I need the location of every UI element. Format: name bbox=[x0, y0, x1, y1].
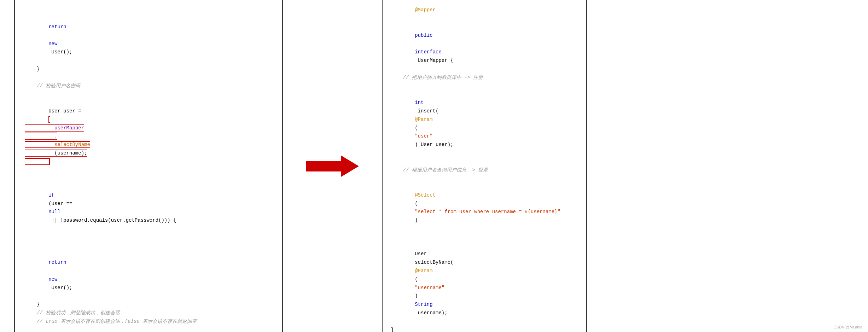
select-close: ) bbox=[415, 217, 418, 223]
return-user2: return new User(); bbox=[25, 242, 272, 301]
kw-string3: String bbox=[415, 302, 432, 307]
right-arrow-icon bbox=[306, 152, 359, 180]
user-type: User user = bbox=[48, 108, 84, 114]
interface-line: public interface UserMapper { bbox=[391, 23, 578, 74]
close-paren: ) User user); bbox=[415, 142, 453, 147]
interface-name: UserMapper { bbox=[415, 58, 453, 63]
insert-method: int insert( @Param ( "user" ) User user)… bbox=[391, 82, 578, 158]
param-annotation2: @Param bbox=[415, 268, 432, 274]
empty-line bbox=[25, 74, 272, 82]
httpsession-line: HttpSession session = request.getSession… bbox=[25, 326, 272, 332]
right-code-block: @Mapper public interface UserMapper { //… bbox=[382, 0, 587, 332]
return-new-user: return new User(); bbox=[25, 6, 272, 65]
dot: . bbox=[54, 133, 57, 139]
left-code-content: /** * 用户登录 * 返回 User 对象 * 登录成功，返回的 User … bbox=[25, 0, 272, 332]
indent11 bbox=[415, 243, 427, 249]
user-call: User(); bbox=[48, 49, 72, 55]
userMapper-ref: userMapper bbox=[54, 125, 84, 131]
select-annotation: @Select ( "select * from user where user… bbox=[391, 174, 578, 233]
right-code-content: @Mapper public interface UserMapper { //… bbox=[391, 0, 578, 332]
close-brace: } bbox=[25, 65, 272, 74]
watermark: CSDN @Mr.anla bbox=[834, 325, 862, 329]
if-statement: if (!StringUtils. hasLength (username) |… bbox=[25, 0, 272, 6]
empty-line2 bbox=[25, 233, 272, 242]
svg-marker-0 bbox=[306, 156, 359, 177]
comment-validate: // 校验用户名密码 bbox=[25, 82, 272, 91]
cond1: (user == bbox=[48, 201, 75, 206]
user-type2: User bbox=[415, 251, 430, 257]
highlighted-method: userMapper . selectByName (username); bbox=[25, 116, 90, 165]
select-text: @Select bbox=[415, 192, 436, 198]
main-container: /** * 用户登录 * 返回 User 对象 * 登录成功，返回的 User … bbox=[0, 0, 868, 332]
username-param: username); bbox=[415, 310, 447, 316]
arrow-container bbox=[304, 152, 361, 180]
open-paren: ( bbox=[415, 125, 418, 131]
kw-public2: public bbox=[415, 33, 432, 38]
comment-login: // 根据用户名查询用户信息 -> 登录 bbox=[391, 166, 578, 175]
kw-new2: new bbox=[48, 276, 57, 282]
close-paren2: ) bbox=[415, 293, 421, 299]
kw-int: int bbox=[415, 100, 424, 105]
kw-interface: interface bbox=[415, 49, 442, 55]
indent3 bbox=[48, 184, 60, 190]
indent4 bbox=[48, 251, 72, 257]
mapper-annotation: @Mapper bbox=[391, 0, 578, 23]
kw-return2: return bbox=[48, 260, 66, 265]
user-mapper-line: User user = userMapper . selectByName (u… bbox=[25, 90, 272, 174]
final-brace2: } bbox=[391, 326, 578, 332]
space3 bbox=[415, 41, 418, 47]
selectbyname-method: User selectByName( @Param ( "username" )… bbox=[391, 233, 578, 326]
insert-name: insert( bbox=[415, 108, 438, 114]
selectByName-method: selectByName bbox=[54, 142, 90, 147]
select-sql: "select * from user where username = #{u… bbox=[415, 209, 560, 215]
if-null-check: if (user == null || !password.equals(use… bbox=[25, 174, 272, 233]
param-string2: "username" bbox=[415, 285, 444, 291]
close-brace2: } bbox=[25, 301, 272, 309]
cond2: || !password.equals(user.getPassword()))… bbox=[48, 217, 176, 223]
select-open: ( bbox=[415, 201, 418, 206]
comment-true: // true 表示会话不存在则创建会话，false 表示会话不存在就返回空 bbox=[25, 318, 272, 326]
param-string1: "user" bbox=[415, 133, 432, 139]
left-code-block: /** * 用户登录 * 返回 User 对象 * 登录成功，返回的 User … bbox=[14, 0, 283, 332]
space2 bbox=[48, 268, 51, 274]
comment-success: // 校验成功，则登陆成功，创建会话 bbox=[25, 309, 272, 318]
mapper-text: @Mapper bbox=[415, 7, 436, 13]
indent10 bbox=[415, 184, 427, 190]
user-call2: User(); bbox=[48, 285, 72, 291]
empty-line3 bbox=[391, 158, 578, 166]
param-annotation1: @Param bbox=[415, 117, 432, 122]
call-args: (username); bbox=[54, 150, 87, 156]
comment-register: // 把用户插入到数据库中 -> 注册 bbox=[391, 74, 578, 82]
indent2 bbox=[48, 100, 60, 105]
open-paren2: ( bbox=[415, 276, 418, 282]
kw-return: return bbox=[48, 24, 66, 30]
kw-null: null bbox=[48, 209, 60, 215]
selectbyname-name: selectByName( bbox=[415, 260, 453, 265]
indent bbox=[48, 16, 72, 21]
indent9 bbox=[415, 91, 427, 97]
kw-if2: if bbox=[48, 192, 54, 198]
kw-new: new bbox=[48, 41, 57, 47]
space bbox=[48, 33, 51, 38]
